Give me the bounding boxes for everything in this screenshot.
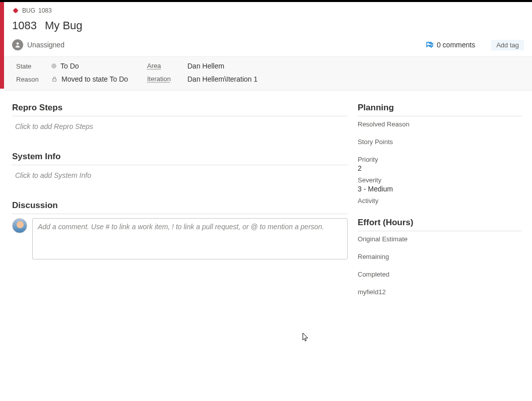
repro-steps-input[interactable]: Click to add Repro Steps xyxy=(12,120,348,140)
breadcrumb[interactable]: BUG 1083 xyxy=(12,7,524,14)
assignee-value: Unassigned xyxy=(27,41,64,49)
cursor-icon xyxy=(302,332,309,343)
svg-rect-2 xyxy=(15,12,16,14)
reason-field[interactable]: Moved to state To Do xyxy=(51,75,147,83)
discussion-heading: Discussion xyxy=(12,197,348,214)
system-info-input[interactable]: Click to add System Info xyxy=(12,169,348,188)
system-info-heading: System Info xyxy=(12,149,348,165)
completed-label: Completed xyxy=(358,271,522,278)
svg-rect-1 xyxy=(15,8,16,10)
fields-band: State To Do Area Dan Hellem Reason Moved… xyxy=(4,56,532,91)
discussion-icon xyxy=(426,41,434,49)
comment-input[interactable]: Add a comment. Use # to link a work item… xyxy=(32,218,348,259)
priority-field[interactable]: 2 xyxy=(358,164,522,172)
svg-rect-3 xyxy=(13,10,15,11)
work-item-header: BUG 1083 1083 My Bug Unassigned 0 commen… xyxy=(4,2,532,56)
state-field[interactable]: To Do xyxy=(51,62,147,70)
activity-label: Activity xyxy=(358,197,522,205)
assignee-field[interactable]: Unassigned xyxy=(12,39,64,50)
iteration-value: Dan Hellem\Iteration 1 xyxy=(187,75,257,83)
severity-field[interactable]: 3 - Medium xyxy=(358,185,522,193)
svg-rect-4 xyxy=(17,10,19,11)
severity-label: Severity xyxy=(358,176,522,184)
original-estimate-label: Original Estimate xyxy=(358,235,522,243)
custom-field-label: myfield12 xyxy=(358,288,522,296)
priority-label: Priority xyxy=(358,156,522,163)
area-field[interactable]: Dan Hellem xyxy=(187,62,520,70)
breadcrumb-id: 1083 xyxy=(38,7,52,14)
add-tag-button[interactable]: Add tag xyxy=(491,40,524,50)
svg-rect-6 xyxy=(53,79,56,81)
reason-value: Moved to state To Do xyxy=(61,75,128,83)
avatar xyxy=(12,218,27,233)
lock-icon xyxy=(51,76,57,82)
person-icon xyxy=(12,39,23,50)
area-value: Dan Hellem xyxy=(187,62,224,70)
breadcrumb-type: BUG xyxy=(22,7,35,14)
remaining-label: Remaining xyxy=(358,253,522,260)
state-dot-icon xyxy=(51,63,56,69)
resolved-reason-label: Resolved Reason xyxy=(358,120,522,128)
iteration-label: Iteration xyxy=(147,75,187,83)
comments-link[interactable]: 0 comments xyxy=(426,41,475,49)
repro-steps-heading: Repro Steps xyxy=(12,100,348,116)
effort-heading: Effort (Hours) xyxy=(358,215,522,231)
comments-label: 0 comments xyxy=(437,41,475,49)
state-label: State xyxy=(16,62,51,70)
state-value: To Do xyxy=(60,62,79,70)
area-label: Area xyxy=(147,62,187,70)
work-item-title[interactable]: My Bug xyxy=(45,19,83,32)
story-points-label: Story Points xyxy=(358,138,522,146)
work-item-id: 1083 xyxy=(12,19,37,32)
bug-icon xyxy=(12,7,19,14)
svg-point-5 xyxy=(17,42,19,45)
reason-label: Reason xyxy=(16,76,51,83)
work-item-type-stripe xyxy=(0,2,4,89)
planning-heading: Planning xyxy=(358,100,522,116)
iteration-field[interactable]: Dan Hellem\Iteration 1 xyxy=(187,75,520,83)
